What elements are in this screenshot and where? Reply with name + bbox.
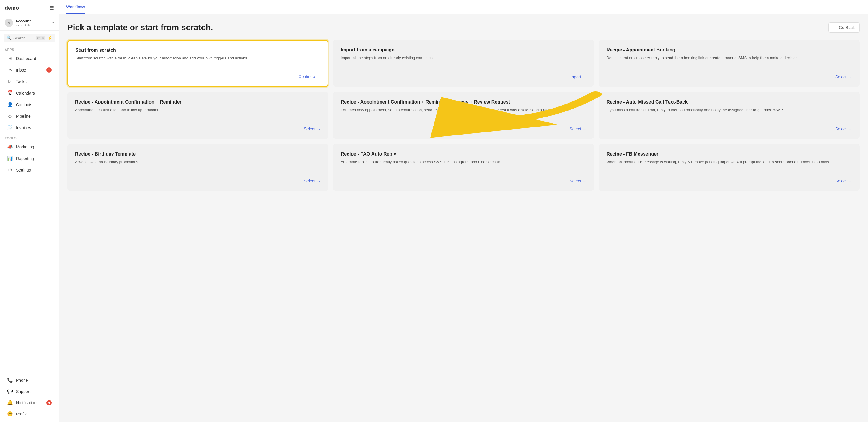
pipeline-icon: ◇ bbox=[7, 113, 13, 119]
search-shortcut: ctrl K bbox=[36, 36, 45, 40]
sidebar-item-calendars[interactable]: 📅 Calendars bbox=[2, 87, 56, 99]
template-card-fb-messenger[interactable]: Recipe - FB Messenger When an inbound FB… bbox=[599, 144, 860, 191]
sidebar-item-reporting[interactable]: 📊 Reporting bbox=[2, 153, 56, 164]
sidebar-item-contacts[interactable]: 👤 Contacts bbox=[2, 99, 56, 110]
profile-icon: 😊 bbox=[7, 411, 13, 417]
template-description: When an inbound FB message is waiting, r… bbox=[606, 159, 852, 174]
sidebar-item-label: Profile bbox=[16, 412, 52, 416]
action-label: Select bbox=[835, 179, 847, 184]
template-title: Recipe - Appointment Booking bbox=[606, 47, 852, 53]
select-button[interactable]: Select → bbox=[304, 126, 321, 131]
select-button[interactable]: Select → bbox=[835, 179, 852, 184]
template-description: For each new appointment, send a confirm… bbox=[341, 107, 587, 122]
template-card-import-from-campaign[interactable]: Import from a campaign Import all the st… bbox=[333, 39, 594, 87]
template-description: Detect intent on customer reply to send … bbox=[606, 55, 852, 70]
arrow-right-icon: → bbox=[316, 74, 320, 79]
account-name: Account bbox=[16, 19, 50, 23]
tab-workflows[interactable]: Workflows bbox=[66, 0, 85, 14]
sidebar-item-support[interactable]: 💬 Support bbox=[2, 386, 56, 397]
apps-section-label: Apps bbox=[0, 45, 59, 53]
back-button[interactable]: ← Go Back bbox=[829, 23, 860, 32]
sidebar-item-label: Calendars bbox=[16, 91, 52, 95]
select-button[interactable]: Select → bbox=[569, 126, 586, 131]
template-card-appointment-confirmation-reminder-survey[interactable]: Recipe - Appointment Confirmation + Remi… bbox=[333, 92, 594, 139]
sidebar-item-label: Marketing bbox=[16, 145, 52, 149]
inbox-icon: ✉ bbox=[7, 67, 13, 73]
select-button[interactable]: Select → bbox=[569, 179, 586, 184]
template-title: Import from a campaign bbox=[341, 47, 587, 53]
template-description: Start from scratch with a fresh, clean s… bbox=[75, 55, 320, 69]
template-card-birthday-template[interactable]: Recipe - Birthday Template A workflow to… bbox=[67, 144, 329, 191]
template-title: Recipe - Appointment Confirmation + Remi… bbox=[75, 100, 321, 105]
sidebar-item-pipeline[interactable]: ◇ Pipeline bbox=[2, 111, 56, 121]
reporting-icon: 📊 bbox=[7, 156, 13, 161]
sidebar-item-label: Reporting bbox=[16, 156, 52, 161]
action-label: Select bbox=[569, 126, 581, 131]
arrow-right-icon: → bbox=[848, 179, 852, 184]
support-icon: 💬 bbox=[7, 389, 13, 394]
template-title: Recipe - Birthday Template bbox=[75, 151, 321, 157]
sidebar-item-invoices[interactable]: 🧾 Invoices bbox=[2, 122, 56, 133]
main-content: Workflows Pick a template or start from … bbox=[59, 0, 868, 422]
search-bar[interactable]: 🔍 Search ctrl K ⚡ bbox=[4, 34, 55, 42]
template-card-auto-missed-call[interactable]: Recipe - Auto Missed Call Text-Back If y… bbox=[599, 92, 860, 139]
sidebar-item-dashboard[interactable]: ⊞ Dashboard bbox=[2, 53, 56, 64]
action-label: Select bbox=[835, 126, 847, 131]
template-title: Recipe - FB Messenger bbox=[606, 151, 852, 157]
search-icon: 🔍 bbox=[6, 35, 11, 40]
calendars-icon: 📅 bbox=[7, 90, 13, 96]
sidebar-item-tasks[interactable]: ☑ Tasks bbox=[2, 76, 56, 87]
select-button[interactable]: Select → bbox=[835, 75, 852, 79]
arrow-right-icon: → bbox=[848, 126, 852, 131]
tools-section-label: Tools bbox=[0, 133, 59, 141]
sidebar-item-label: Settings bbox=[16, 168, 52, 172]
import-button[interactable]: Import → bbox=[569, 75, 587, 79]
template-description: Automate replies to frequently asked que… bbox=[341, 159, 587, 174]
sidebar-item-marketing[interactable]: 📣 Marketing bbox=[2, 141, 56, 152]
template-description: If you miss a call from a lead, reply to… bbox=[606, 107, 852, 122]
invoices-icon: 🧾 bbox=[7, 125, 13, 131]
template-description: A workflow to do Birthday promotions bbox=[75, 159, 321, 174]
account-location: Irvine, CA bbox=[16, 23, 50, 27]
arrow-right-icon: → bbox=[317, 179, 321, 184]
action-label: Select bbox=[835, 75, 847, 79]
sidebar-item-label: Pipeline bbox=[16, 114, 52, 119]
account-selector[interactable]: A Account Irvine, CA ▾ bbox=[0, 15, 59, 31]
notifications-icon: 🔔 bbox=[7, 400, 13, 405]
sidebar-bottom: 📞 Phone 💬 Support 🔔 Notifications 4 😊 Pr… bbox=[0, 368, 59, 422]
sidebar-item-label: Notifications bbox=[16, 400, 43, 405]
template-card-appointment-confirmation-reminder[interactable]: Recipe - Appointment Confirmation + Remi… bbox=[67, 92, 329, 139]
page-title: Pick a template or start from scratch. bbox=[67, 23, 213, 32]
top-nav: Workflows bbox=[59, 0, 868, 14]
continue-button[interactable]: Continue → bbox=[299, 74, 320, 79]
template-title: Recipe - Appointment Confirmation + Remi… bbox=[341, 100, 587, 105]
chevron-down-icon: ▾ bbox=[52, 21, 54, 25]
template-card-appointment-booking[interactable]: Recipe - Appointment Booking Detect inte… bbox=[599, 39, 860, 87]
arrow-right-icon: → bbox=[317, 126, 321, 131]
sidebar-item-notifications[interactable]: 🔔 Notifications 4 bbox=[2, 397, 56, 408]
sidebar-item-label: Dashboard bbox=[16, 56, 52, 61]
page-content: Pick a template or start from scratch. ←… bbox=[59, 14, 868, 422]
sidebar: demo ☰ A Account Irvine, CA ▾ 🔍 Search c… bbox=[0, 0, 59, 422]
lightning-icon: ⚡ bbox=[47, 35, 52, 40]
sidebar-item-label: Invoices bbox=[16, 125, 52, 130]
marketing-icon: 📣 bbox=[7, 144, 13, 150]
inbox-badge: 1 bbox=[46, 67, 52, 73]
menu-icon[interactable]: ☰ bbox=[49, 5, 54, 11]
app-logo: demo bbox=[5, 5, 19, 11]
contacts-icon: 👤 bbox=[7, 102, 13, 107]
select-button[interactable]: Select → bbox=[835, 126, 852, 131]
sidebar-item-phone[interactable]: 📞 Phone bbox=[2, 375, 56, 386]
template-card-faq-auto-reply[interactable]: Recipe - FAQ Auto Reply Automate replies… bbox=[333, 144, 594, 191]
template-grid: Start from scratch Start from scratch wi… bbox=[67, 39, 860, 191]
template-card-start-from-scratch[interactable]: Start from scratch Start from scratch wi… bbox=[67, 39, 329, 87]
action-label: Select bbox=[304, 126, 315, 131]
sidebar-item-profile[interactable]: 😊 Profile bbox=[2, 409, 56, 419]
tasks-icon: ☑ bbox=[7, 79, 13, 84]
sidebar-item-label: Phone bbox=[16, 378, 52, 383]
sidebar-item-settings[interactable]: ⚙ Settings bbox=[2, 164, 56, 175]
select-button[interactable]: Select → bbox=[304, 179, 321, 184]
arrow-right-icon: → bbox=[848, 75, 852, 79]
sidebar-item-inbox[interactable]: ✉ Inbox 1 bbox=[2, 64, 56, 76]
action-label: Select bbox=[569, 179, 581, 184]
